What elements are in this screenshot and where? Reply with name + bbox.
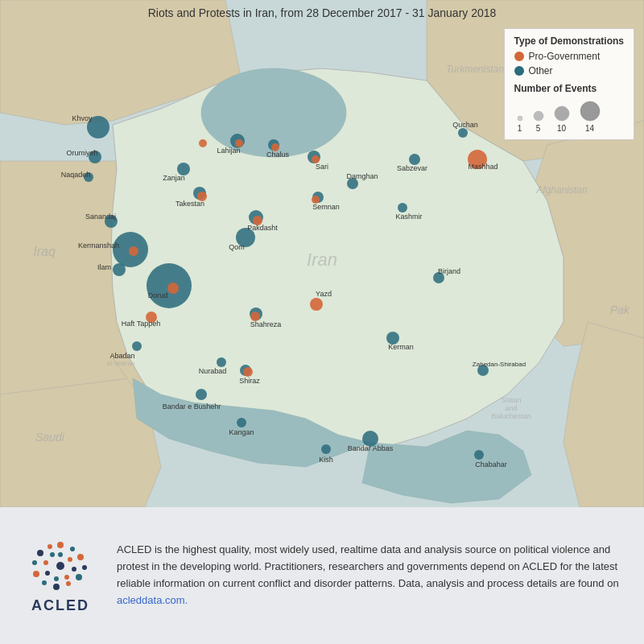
legend-events-title: Number of Events bbox=[514, 83, 624, 94]
svg-text:Afghanistan: Afghanistan bbox=[535, 184, 588, 196]
svg-point-104 bbox=[32, 560, 37, 565]
svg-point-31 bbox=[217, 357, 226, 367]
svg-text:Takestan: Takestan bbox=[175, 200, 204, 208]
svg-point-106 bbox=[47, 544, 52, 549]
svg-point-21 bbox=[458, 128, 468, 138]
acled-logo: ACLED bbox=[20, 537, 101, 614]
svg-point-110 bbox=[64, 575, 69, 580]
svg-text:Abadan: Abadan bbox=[109, 352, 134, 360]
svg-point-92 bbox=[534, 111, 543, 121]
svg-text:Nurabad: Nurabad bbox=[199, 367, 227, 375]
other-dot bbox=[514, 66, 524, 76]
svg-text:Turkmenistan: Turkmenistan bbox=[446, 64, 504, 75]
svg-text:Orumiyeh: Orumiyeh bbox=[66, 149, 97, 157]
svg-text:Kangan: Kangan bbox=[229, 428, 254, 436]
svg-text:Haft Tappeh: Haft Tappeh bbox=[122, 320, 160, 328]
svg-text:Zahedan-Shirabad: Zahedan-Shirabad bbox=[473, 361, 526, 368]
svg-point-32 bbox=[398, 203, 407, 213]
svg-text:Chabahar: Chabahar bbox=[475, 460, 507, 469]
svg-point-96 bbox=[70, 547, 75, 551]
svg-point-20 bbox=[409, 154, 420, 165]
svg-point-35 bbox=[199, 139, 207, 147]
legend-type-title: Type of Demonstrations bbox=[514, 35, 624, 47]
svg-point-99 bbox=[76, 574, 82, 580]
legend-pro-gov-label: Pro-Government bbox=[529, 51, 601, 62]
legend-other-label: Other bbox=[529, 65, 553, 76]
svg-text:Bandar Abbas: Bandar Abbas bbox=[348, 444, 394, 452]
svg-text:Birjand: Birjand bbox=[438, 267, 460, 275]
svg-text:Quchan: Quchan bbox=[452, 121, 478, 129]
svg-point-108 bbox=[68, 557, 72, 562]
footer-link[interactable]: acleddata.com. bbox=[117, 594, 188, 606]
svg-point-101 bbox=[53, 584, 60, 590]
svg-text:Baluchestan: Baluchestan bbox=[491, 412, 531, 420]
svg-text:Pak: Pak bbox=[610, 303, 630, 316]
svg-text:Sari: Sari bbox=[316, 163, 328, 171]
svg-text:Sabzevar: Sabzevar bbox=[397, 164, 427, 172]
svg-text:Dorud: Dorud bbox=[148, 291, 168, 299]
svg-point-114 bbox=[50, 552, 55, 557]
svg-text:Sanandaj: Sanandaj bbox=[85, 213, 116, 221]
svg-point-91 bbox=[518, 116, 522, 121]
svg-text:Damghan: Damghan bbox=[346, 172, 378, 180]
svg-point-11 bbox=[237, 418, 246, 427]
svg-text:Bandar e Bushehr: Bandar e Bushehr bbox=[163, 402, 221, 411]
svg-text:Shiraz: Shiraz bbox=[239, 377, 260, 385]
svg-point-9 bbox=[132, 341, 142, 351]
svg-text:Yazd: Yazd bbox=[316, 290, 332, 298]
svg-text:Kish: Kish bbox=[319, 456, 333, 464]
legend: Type of Demonstrations Pro-Government Ot… bbox=[504, 28, 634, 140]
svg-text:Kerman: Kerman bbox=[388, 343, 414, 351]
svg-point-100 bbox=[66, 581, 71, 586]
svg-text:Kermanshah: Kermanshah bbox=[78, 242, 119, 250]
svg-text:Saudi: Saudi bbox=[35, 431, 65, 444]
svg-point-97 bbox=[77, 554, 84, 560]
svg-text:Sistan: Sistan bbox=[501, 396, 521, 404]
pro-gov-dot bbox=[514, 52, 524, 61]
svg-point-18 bbox=[474, 450, 484, 460]
svg-point-45 bbox=[243, 367, 253, 377]
svg-text:Mashhad: Mashhad bbox=[468, 163, 497, 171]
svg-point-13 bbox=[321, 444, 331, 454]
footer-description: ACLED is the highest quality, most widel… bbox=[117, 542, 624, 609]
svg-text:Lahijan: Lahijan bbox=[217, 147, 240, 155]
svg-point-10 bbox=[196, 389, 207, 400]
svg-text:Ilam: Ilam bbox=[97, 263, 111, 271]
acled-logo-dots bbox=[28, 537, 93, 593]
svg-point-95 bbox=[57, 542, 64, 548]
svg-text:Al Wafrah: Al Wafrah bbox=[107, 360, 135, 367]
svg-point-105 bbox=[37, 550, 43, 556]
svg-text:Chalus: Chalus bbox=[266, 151, 290, 159]
svg-point-33 bbox=[129, 246, 138, 256]
svg-text:Khvoy: Khvoy bbox=[72, 114, 93, 122]
svg-text:Shahreza: Shahreza bbox=[250, 320, 282, 328]
legend-event-5: 5 bbox=[530, 108, 547, 133]
svg-point-109 bbox=[72, 567, 76, 572]
svg-point-107 bbox=[58, 552, 63, 557]
svg-point-34 bbox=[167, 283, 179, 294]
svg-point-113 bbox=[43, 560, 48, 565]
svg-text:Kashmir: Kashmir bbox=[395, 213, 422, 221]
svg-point-111 bbox=[54, 576, 59, 581]
svg-text:Pakdasht: Pakdasht bbox=[247, 224, 278, 232]
svg-point-93 bbox=[555, 106, 569, 121]
svg-point-98 bbox=[82, 565, 87, 570]
svg-text:Iran: Iran bbox=[307, 250, 337, 270]
acled-logo-text: ACLED bbox=[31, 597, 89, 614]
map-container: Riots and Protests in Iran, from 28 Dece… bbox=[0, 0, 644, 507]
svg-text:Semnan: Semnan bbox=[312, 203, 340, 211]
svg-point-103 bbox=[33, 571, 39, 577]
legend-events-row: 1 5 10 14 bbox=[514, 98, 624, 133]
legend-pro-gov: Pro-Government bbox=[514, 51, 624, 62]
svg-text:Iraq: Iraq bbox=[33, 245, 56, 258]
footer: ACLED ACLED is the highest quality, most… bbox=[0, 507, 644, 644]
svg-point-115 bbox=[56, 562, 64, 570]
svg-text:Qom: Qom bbox=[229, 243, 245, 251]
legend-event-10: 10 bbox=[551, 103, 572, 133]
svg-point-94 bbox=[580, 101, 600, 121]
svg-point-7 bbox=[113, 263, 126, 276]
svg-text:Naqadeh: Naqadeh bbox=[61, 171, 91, 179]
svg-text:Zanjan: Zanjan bbox=[163, 174, 185, 182]
svg-text:and: and bbox=[505, 404, 517, 412]
svg-point-42 bbox=[310, 298, 323, 311]
